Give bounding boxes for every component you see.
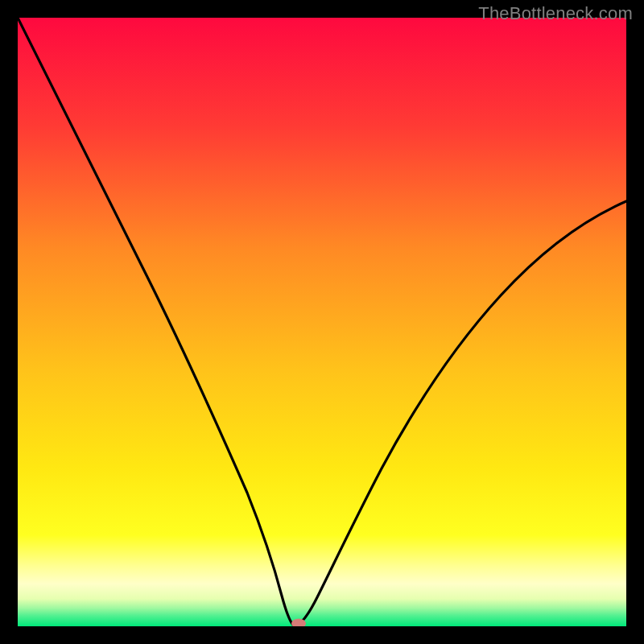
watermark-text: TheBottleneck.com — [478, 3, 633, 24]
chart-frame: TheBottleneck.com — [0, 0, 644, 644]
plot-area — [18, 18, 626, 626]
gradient-background — [18, 18, 626, 626]
chart-svg — [18, 18, 626, 626]
